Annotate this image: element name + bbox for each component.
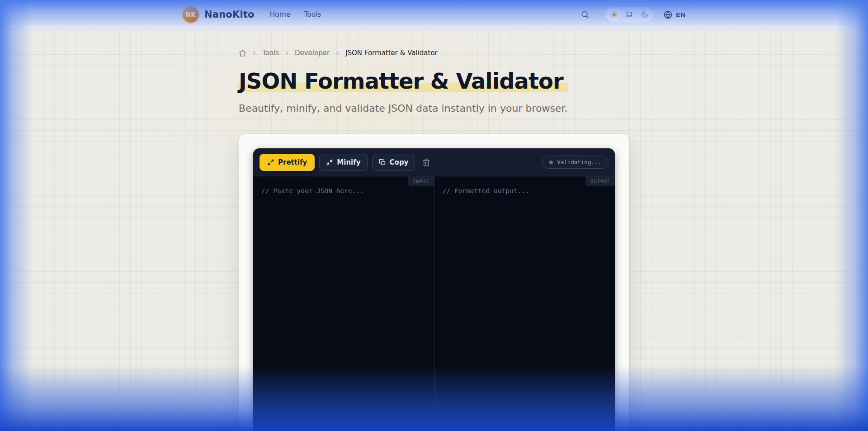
globe-icon [663, 10, 673, 19]
nav-item-home[interactable]: Home [270, 10, 291, 19]
nav-divider [597, 9, 597, 19]
nav-item-tools[interactable]: Tools [304, 10, 321, 19]
status-dot-icon [549, 161, 553, 164]
theme-system-button[interactable] [622, 9, 637, 21]
theme-dark-button[interactable] [637, 9, 652, 21]
breadcrumb: Tools Developer JSON Formatter & Validat… [239, 49, 629, 57]
collapse-arrows-icon [326, 159, 333, 166]
home-icon [239, 49, 246, 57]
minify-button[interactable]: Minify [319, 154, 367, 171]
json-output-textarea[interactable] [434, 176, 615, 431]
search-button[interactable] [580, 10, 590, 19]
tool-card: Prettify Minify Copy [239, 134, 629, 431]
copy-icon [379, 159, 386, 166]
language-selector[interactable]: EN [663, 10, 685, 19]
theme-switcher [604, 6, 654, 23]
input-pane-tag: INPUT [408, 176, 434, 186]
copy-button[interactable]: Copy [372, 154, 415, 171]
minify-label: Minify [337, 158, 360, 166]
chevron-right-icon [284, 50, 290, 56]
page-subtitle: Beautify, minify, and validate JSON data… [239, 103, 629, 114]
breadcrumb-item-developer[interactable]: Developer [295, 49, 330, 57]
brand-logo[interactable]: NK [183, 6, 199, 23]
sun-icon [610, 11, 618, 19]
breadcrumb-item-tools[interactable]: Tools [262, 49, 279, 57]
json-tool-panel: Prettify Minify Copy [253, 148, 615, 431]
copy-label: Copy [390, 158, 409, 166]
input-pane: INPUT [253, 176, 434, 431]
chevron-right-icon [335, 50, 340, 56]
breadcrumb-current: JSON Formatter & Validator [345, 49, 438, 57]
brand-name[interactable]: NanoKito [204, 9, 255, 20]
breadcrumb-home-button[interactable] [239, 49, 246, 57]
prettify-button[interactable]: Prettify [259, 154, 315, 171]
json-input-textarea[interactable] [253, 176, 434, 431]
status-label: Validating... [557, 159, 601, 166]
expand-arrows-icon [267, 159, 274, 166]
moon-icon [641, 11, 648, 18]
laptop-icon [625, 10, 633, 19]
trash-icon [422, 158, 430, 166]
navbar: NK NanoKito Home Tools [0, 0, 868, 29]
output-pane: OUTPUT [434, 176, 615, 431]
editor-toolbar: Prettify Minify Copy [253, 148, 615, 176]
search-icon [580, 10, 590, 19]
page-title: JSON Formatter & Validator [239, 69, 629, 94]
output-pane-tag: OUTPUT [585, 176, 615, 186]
main-nav: Home Tools [270, 10, 321, 19]
clear-button[interactable] [422, 158, 430, 166]
validation-status-badge: Validating... [542, 156, 609, 169]
language-label: EN [676, 11, 685, 19]
prettify-label: Prettify [278, 158, 307, 166]
theme-light-button[interactable] [607, 9, 621, 21]
editor-split-view: INPUT OUTPUT [253, 176, 615, 431]
chevron-right-icon [251, 50, 257, 56]
